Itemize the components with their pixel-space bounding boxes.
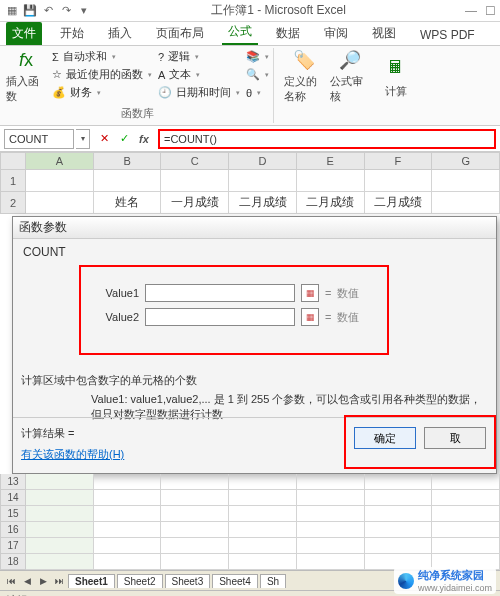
cell[interactable]: 一月成绩 (161, 192, 229, 214)
minimize-icon[interactable]: — (465, 4, 477, 18)
save-icon[interactable]: 💾 (22, 3, 38, 19)
cell[interactable] (26, 554, 94, 570)
cell[interactable]: 姓名 (94, 192, 162, 214)
select-all-corner[interactable] (0, 152, 26, 170)
datetime-button[interactable]: 🕘日期和时间▾ (158, 84, 240, 101)
tab-wpspdf[interactable]: WPS PDF (414, 25, 481, 45)
cell[interactable] (26, 506, 94, 522)
cell[interactable] (365, 170, 433, 192)
sheet-tab[interactable]: Sheet1 (68, 574, 115, 588)
cell[interactable] (161, 538, 229, 554)
cell[interactable] (161, 506, 229, 522)
financial-button[interactable]: 💰财务▾ (52, 84, 152, 101)
cell[interactable]: 二月成绩 (365, 192, 433, 214)
cell[interactable] (26, 538, 94, 554)
ok-button[interactable]: 确定 (354, 427, 416, 449)
cell[interactable] (229, 506, 297, 522)
cell[interactable] (365, 522, 433, 538)
cell[interactable] (161, 474, 229, 490)
cell[interactable] (297, 170, 365, 192)
cell[interactable] (161, 554, 229, 570)
tab-view[interactable]: 视图 (366, 22, 402, 45)
name-box-dropdown[interactable]: ▾ (76, 129, 90, 149)
undo-icon[interactable]: ↶ (40, 3, 56, 19)
cell[interactable] (365, 538, 433, 554)
arg1-input[interactable] (145, 284, 295, 302)
cell[interactable] (297, 506, 365, 522)
cell[interactable] (94, 538, 162, 554)
row-header[interactable]: 15 (0, 506, 26, 522)
row-header[interactable]: 16 (0, 522, 26, 538)
enter-formula-icon[interactable]: ✓ (116, 131, 132, 147)
cell[interactable] (161, 490, 229, 506)
row-header[interactable]: 13 (0, 474, 26, 490)
tab-pagelayout[interactable]: 页面布局 (150, 22, 210, 45)
col-header-b[interactable]: B (94, 152, 162, 170)
recent-functions-button[interactable]: ☆最近使用的函数▾ (52, 66, 152, 83)
qat-dropdown-icon[interactable]: ▾ (76, 3, 92, 19)
cell[interactable] (94, 170, 162, 192)
calculation-button[interactable]: 🖩计算 (376, 48, 416, 104)
sheet-tab[interactable]: Sh (260, 574, 286, 588)
cell[interactable] (297, 538, 365, 554)
tab-home[interactable]: 开始 (54, 22, 90, 45)
maximize-icon[interactable]: ☐ (485, 4, 496, 18)
math-button[interactable]: θ▾ (246, 84, 269, 101)
cell[interactable] (297, 490, 365, 506)
cell[interactable] (229, 554, 297, 570)
cell[interactable] (94, 522, 162, 538)
col-header-e[interactable]: E (297, 152, 365, 170)
more-functions-button[interactable]: 📚▾ (246, 48, 269, 65)
cell[interactable] (297, 522, 365, 538)
function-help-link[interactable]: 有关该函数的帮助(H) (21, 447, 124, 462)
cell[interactable] (229, 538, 297, 554)
sheet-nav-next-icon[interactable]: ▶ (36, 574, 50, 588)
lookup-button[interactable]: 🔍▾ (246, 66, 269, 83)
cell[interactable] (26, 522, 94, 538)
cell[interactable] (432, 522, 500, 538)
col-header-f[interactable]: F (365, 152, 433, 170)
cell[interactable] (365, 506, 433, 522)
cell[interactable] (365, 490, 433, 506)
cell[interactable] (26, 192, 94, 214)
cell[interactable] (297, 474, 365, 490)
sheet-nav-prev-icon[interactable]: ◀ (20, 574, 34, 588)
text-button[interactable]: A文本▾ (158, 66, 240, 83)
redo-icon[interactable]: ↷ (58, 3, 74, 19)
cell[interactable] (161, 522, 229, 538)
cell[interactable] (432, 506, 500, 522)
cell[interactable] (26, 474, 94, 490)
cell[interactable] (365, 474, 433, 490)
sheet-tab[interactable]: Sheet4 (212, 574, 258, 588)
sheet-tab[interactable]: Sheet2 (117, 574, 163, 588)
cell[interactable] (432, 192, 500, 214)
cell[interactable] (94, 490, 162, 506)
arg1-refedit-icon[interactable]: ▦ (301, 284, 319, 302)
defined-names-button[interactable]: 🏷️定义的名称 (284, 48, 324, 104)
cell[interactable] (432, 538, 500, 554)
cell[interactable] (297, 554, 365, 570)
tab-formulas[interactable]: 公式 (222, 20, 258, 45)
col-header-a[interactable]: A (26, 152, 94, 170)
cell[interactable]: 二月成绩 (297, 192, 365, 214)
arg2-input[interactable] (145, 308, 295, 326)
logical-button[interactable]: ?逻辑▾ (158, 48, 240, 65)
row-header[interactable]: 17 (0, 538, 26, 554)
sheet-nav-last-icon[interactable]: ⏭ (52, 574, 66, 588)
formula-input[interactable]: =COUNT() (158, 129, 496, 149)
cell[interactable] (229, 522, 297, 538)
row-header[interactable]: 18 (0, 554, 26, 570)
tab-insert[interactable]: 插入 (102, 22, 138, 45)
cell[interactable] (432, 490, 500, 506)
cell[interactable] (94, 506, 162, 522)
sheet-tab[interactable]: Sheet3 (165, 574, 211, 588)
col-header-d[interactable]: D (229, 152, 297, 170)
cell[interactable] (94, 474, 162, 490)
formula-audit-button[interactable]: 🔎公式审核 (330, 48, 370, 104)
cell[interactable] (26, 170, 94, 192)
cell[interactable] (432, 170, 500, 192)
tab-data[interactable]: 数据 (270, 22, 306, 45)
cell[interactable] (26, 490, 94, 506)
cancel-button[interactable]: 取 (424, 427, 486, 449)
cell[interactable] (94, 554, 162, 570)
